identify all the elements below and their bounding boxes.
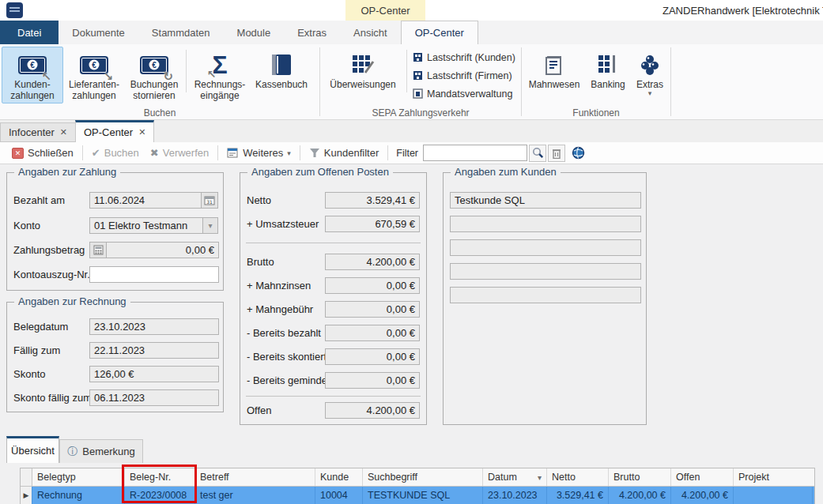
group-title: Angaben zur Rechnung — [14, 295, 130, 307]
ribbon-separator — [186, 50, 187, 92]
calendar-icon: 31 — [204, 195, 215, 205]
menu-item-dokumente[interactable]: Dokumente — [59, 21, 138, 44]
column-header-belegtyp[interactable]: Belegtyp — [32, 468, 125, 486]
mandatsverwaltung-button[interactable]: Mandatsverwaltung — [410, 85, 519, 103]
cashbook-icon — [269, 51, 294, 79]
weiteres-button[interactable]: Weiteres ▾ — [221, 145, 296, 162]
tab-op-center[interactable]: OP-Center ✕ — [75, 120, 154, 142]
column-header-offen[interactable]: Offen — [671, 468, 734, 486]
column-header-beleg-nr[interactable]: Beleg-Nr. — [125, 468, 195, 486]
calculator-button[interactable] — [89, 242, 107, 258]
buchen-button[interactable]: ✔ Buchen — [86, 145, 145, 162]
column-header-betreff[interactable]: Betreff — [195, 468, 315, 486]
column-header-brutto[interactable]: Brutto — [609, 468, 671, 486]
lastschrift-kunden-button[interactable]: Lastschrift (Kunden) — [410, 48, 519, 66]
rechnungseingaenge-button[interactable]: Σ ↖ Rechnungs- eingänge — [189, 47, 251, 103]
extras-button[interactable]: Extras ▾ — [631, 47, 669, 99]
zahlungsbetrag-field[interactable]: 0,00 € — [106, 242, 219, 258]
faellig-zum-field[interactable]: 22.11.2023 — [89, 342, 219, 359]
ribbon-separator — [406, 50, 407, 92]
transfer-keypad-icon — [351, 51, 375, 79]
lastschrift-firmen-button[interactable]: Lastschrift (Firmen) — [410, 66, 519, 85]
tab-infocenter[interactable]: Infocenter ✕ — [0, 122, 76, 142]
check-icon: ✔ — [92, 147, 100, 159]
netto-value: 3.529,41 € — [325, 192, 420, 209]
ribbon-group-buchen: € ↖ Kunden- zahlungen € ↘ Lieferanten- z… — [0, 44, 319, 119]
clear-filter-button[interactable] — [548, 145, 565, 162]
close-tab-icon[interactable]: ✕ — [138, 127, 145, 137]
mahngebuehr-value: 0,00 € — [325, 301, 420, 318]
ribbon-group-separator — [670, 47, 671, 116]
search-button[interactable] — [529, 145, 546, 162]
menu-item-extras[interactable]: Extras — [284, 21, 340, 44]
sigma-icon: Σ ↖ — [212, 51, 227, 79]
search-icon — [532, 147, 544, 159]
more-window-icon — [227, 148, 239, 158]
discard-x-icon: ✖ — [150, 147, 159, 159]
bezahlt-am-field[interactable]: 11.06.2024 — [89, 192, 202, 209]
cell-suchbegriff: TESTKUNDE SQL — [363, 487, 483, 504]
svg-text:31: 31 — [206, 199, 213, 205]
close-tab-icon[interactable]: ✕ — [60, 127, 67, 137]
window-title: ZANDERhandwerk [Elektrotechnik Test — [663, 0, 823, 21]
kassenbuch-button[interactable]: Kassenbuch — [251, 47, 312, 92]
menu-item-module[interactable]: Module — [224, 21, 285, 44]
dunning-scroll-icon — [542, 51, 566, 79]
customer-payment-icon: € ↖ — [18, 51, 47, 79]
column-header-projekt[interactable]: Projekt — [734, 468, 813, 486]
ribbon-group-label-sepa: SEPA Zahlungsverkehr — [320, 107, 521, 118]
konto-combobox[interactable]: 01 Elektro Testmann — [89, 217, 203, 234]
column-header-datum[interactable]: Datum ▾ — [483, 468, 547, 486]
cell-projekt — [734, 487, 813, 504]
document-tab-strip: Infocenter ✕ OP-Center ✕ — [0, 120, 823, 142]
buchungen-stornieren-button[interactable]: € ↻ Buchungen stornieren — [125, 47, 183, 103]
kontoauszug-nr-field[interactable] — [89, 266, 219, 283]
verwerfen-button[interactable]: ✖ Verwerfen — [145, 145, 214, 162]
close-icon: ✕ — [12, 148, 24, 159]
schliessen-button[interactable]: ✕ Schließen — [6, 145, 79, 162]
customer-field-3 — [450, 239, 641, 256]
tab-uebersicht[interactable]: Übersicht — [6, 436, 59, 463]
column-header-kunde[interactable]: Kunde — [315, 468, 363, 486]
group-title: Angaben zum Offenen Posten — [247, 166, 393, 178]
belegdatum-field[interactable]: 23.10.2023 — [89, 318, 219, 335]
customer-field-1: Testkunde SQL — [450, 192, 641, 209]
group-offener-posten: Angaben zum Offenen Posten Netto 3.529,4… — [240, 172, 427, 425]
context-tab-title: OP-Center — [345, 0, 425, 21]
cell-offen: 4.200,00 € — [671, 487, 734, 504]
combo-dropdown-button[interactable]: ▾ — [202, 217, 218, 234]
table-header-row: Belegtyp Beleg-Nr. Betreff Kunde Suchbeg… — [21, 468, 814, 487]
filter-funnel-icon — [309, 148, 320, 158]
banking-button[interactable]: Banking — [585, 47, 631, 92]
menu-item-op-center[interactable]: OP-Center — [401, 21, 478, 44]
kundenfilter-button[interactable]: Kundenfilter — [304, 145, 384, 162]
umsatzsteuer-value: 670,59 € — [325, 216, 420, 232]
offen-value: 4.200,00 € — [325, 402, 420, 419]
kundenzahlungen-button[interactable]: € ↖ Kunden- zahlungen — [2, 47, 63, 103]
date-picker-button[interactable]: 31 — [201, 192, 218, 209]
op-toolbar: ✕ Schließen ✔ Buchen ✖ Verwerfen Weitere… — [0, 142, 823, 164]
tab-bemerkung[interactable]: ⓘ Bemerkung — [59, 439, 143, 463]
supplier-payment-icon: € ↘ — [80, 51, 108, 79]
menu-item-datei[interactable]: Datei — [0, 21, 59, 44]
table-row-selected[interactable]: ▶ Rechnung R-2023/0008 test ger 10004 TE… — [21, 487, 814, 504]
ueberweisungen-button[interactable]: Überweisungen — [322, 47, 404, 92]
column-header-suchbegriff[interactable]: Suchbegriff — [363, 468, 483, 486]
filter-input[interactable] — [423, 145, 527, 161]
menu-item-stammdaten[interactable]: Stammdaten — [138, 21, 224, 44]
cell-netto: 3.529,41 € — [547, 487, 609, 504]
trash-icon — [552, 148, 561, 159]
info-icon: ⓘ — [67, 445, 77, 459]
title-bar: OP-Center ZANDERhandwerk [Elektrotechnik… — [0, 0, 823, 21]
column-header-netto[interactable]: Netto — [547, 468, 609, 486]
online-button[interactable] — [572, 146, 585, 160]
lieferantenzahlungen-button[interactable]: € ↘ Lieferanten- zahlungen — [63, 47, 125, 103]
cell-brutto: 4.200,00 € — [609, 487, 671, 504]
ribbon-group-label-funktionen: Funktionen — [522, 107, 670, 118]
mahnzinsen-value: 0,00 € — [325, 277, 420, 294]
menu-item-ansicht[interactable]: Ansicht — [340, 21, 401, 44]
mahnwesen-button[interactable]: Mahnwesen — [523, 47, 585, 92]
skonto-faellig-field[interactable]: 06.11.2023 — [89, 389, 219, 406]
skonto-field[interactable]: 126,00 € — [89, 366, 219, 382]
group-angaben-zur-rechnung: Angaben zur Rechnung Belegdatum 23.10.20… — [6, 302, 224, 412]
